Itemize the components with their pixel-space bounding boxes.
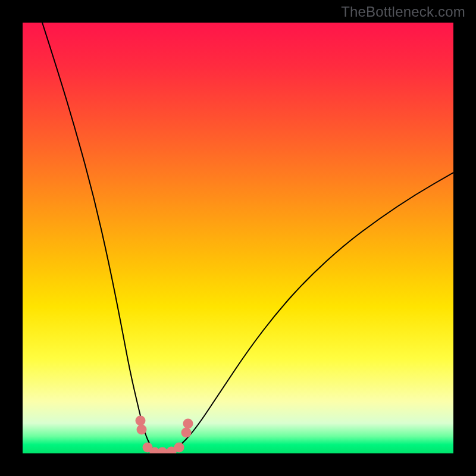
trough-marker (183, 419, 193, 429)
chart-svg (23, 23, 453, 453)
trough-marker (181, 428, 192, 438)
trough-marker (174, 443, 184, 453)
chart-frame: TheBottleneck.com (0, 0, 476, 476)
watermark-text: TheBottleneck.com (341, 4, 465, 20)
plot-area (23, 23, 453, 453)
trough-marker (158, 447, 168, 454)
trough-markers-group (136, 416, 193, 454)
trough-marker (137, 425, 147, 435)
bottleneck-curve (42, 23, 453, 453)
trough-marker (136, 416, 146, 426)
